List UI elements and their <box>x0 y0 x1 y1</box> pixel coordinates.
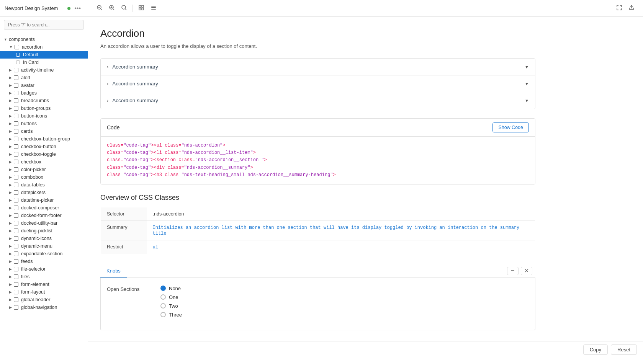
sidebar-item-docked-utility-bar[interactable]: ▶docked-utility-bar <box>0 219 88 227</box>
component-icon <box>13 213 19 218</box>
sidebar-item-checkbox-toggle[interactable]: ▶checkbox-toggle <box>0 150 88 158</box>
sidebar-item-breadcrumbs[interactable]: ▶breadcrumbs <box>0 97 88 104</box>
sidebar-item-file-selector[interactable]: ▶file-selector <box>0 265 88 273</box>
knob-option[interactable]: One <box>160 294 182 300</box>
component-icon <box>13 67 19 73</box>
radio-input[interactable] <box>160 286 166 291</box>
component-icon <box>13 129 19 134</box>
sidebar-item-buttons[interactable]: ▶buttons <box>0 120 88 127</box>
sidebar-item-checkbox-button[interactable]: ▶checkbox-button <box>0 143 88 150</box>
tab-knobs[interactable]: Knobs <box>100 265 127 277</box>
search-input[interactable] <box>4 20 84 30</box>
zoom-out-button[interactable] <box>94 3 105 13</box>
sidebar-item-label: color-picker <box>21 167 46 172</box>
sidebar-item-button-icons[interactable]: ▶button-icons <box>0 112 88 120</box>
fullscreen-button[interactable] <box>614 3 625 13</box>
chevron-right-icon: › <box>107 98 108 103</box>
zoom-in-button[interactable] <box>106 3 117 13</box>
zoom-reset-button[interactable] <box>119 3 129 13</box>
table-row: Selector.nds-accordion <box>101 207 535 220</box>
sidebar-item-global-navigation[interactable]: ▶global-navigation <box>0 304 88 311</box>
accordion-item[interactable]: ›Accordion summary▼ <box>101 92 535 109</box>
sidebar-item-checkbox[interactable]: ▶checkbox <box>0 158 88 166</box>
sidebar-item-avatar[interactable]: ▶avatar <box>0 82 88 89</box>
expand-icon: ▶ <box>9 183 12 187</box>
sidebar-item-checkbox-button-group[interactable]: ▶checkbox-button-group <box>0 135 88 143</box>
expand-icon: ▶ <box>9 137 12 141</box>
knob-option[interactable]: Three <box>160 312 182 318</box>
sidebar-item-label: checkbox <box>21 159 41 165</box>
grid-view-button[interactable] <box>136 3 147 13</box>
component-icon <box>14 44 20 50</box>
sidebar-item-alert[interactable]: ▶alert <box>0 74 88 82</box>
component-icon <box>13 198 19 203</box>
sidebar-item-datepickers[interactable]: ▶datepickers <box>0 189 88 196</box>
sidebar-item-files[interactable]: ▶files <box>0 273 88 281</box>
sidebar-item-label: breadcrumbs <box>21 98 49 103</box>
sidebar-item-in-card[interactable]: In Card <box>0 59 88 66</box>
sidebar-item-activity-timeline[interactable]: ▶activity-timeline <box>0 66 88 74</box>
sidebar-item-label: buttons <box>21 121 37 126</box>
radio-input[interactable] <box>160 294 166 300</box>
accordion-demo: ›Accordion summary▼›Accordion summary▼›A… <box>100 58 535 109</box>
sidebar-item-form-element[interactable]: ▶form-element <box>0 281 88 288</box>
sidebar-item-feeds[interactable]: ▶feeds <box>0 258 88 265</box>
radio-input[interactable] <box>160 312 166 317</box>
sidebar-item-dynamic-menu[interactable]: ▶dynamic-menu <box>0 242 88 250</box>
component-icon <box>13 274 19 279</box>
copy-button[interactable]: Copy <box>583 344 608 355</box>
sidebar-item-datetime-picker[interactable]: ▶datetime-picker <box>0 196 88 204</box>
accordion-item[interactable]: ›Accordion summary▼ <box>101 59 535 75</box>
knobs-close-button[interactable] <box>521 267 532 275</box>
radio-input[interactable] <box>160 303 166 309</box>
expand-icon: ▶ <box>9 290 12 294</box>
expand-icon: ▶ <box>9 191 12 194</box>
svg-rect-9 <box>139 5 141 7</box>
accordion-item[interactable]: ›Accordion summary▼ <box>101 75 535 92</box>
sidebar-item-default[interactable]: Default <box>0 51 88 59</box>
svg-line-8 <box>125 9 127 10</box>
sidebar-item-components[interactable]: ▼components <box>0 36 88 43</box>
sidebar-item-button-groups[interactable]: ▶button-groups <box>0 104 88 112</box>
sidebar-item-accordion[interactable]: ▼accordion <box>0 43 88 51</box>
sidebar-item-color-picker[interactable]: ▶color-picker <box>0 166 88 173</box>
sidebar-item-label: alert <box>21 75 30 80</box>
svg-rect-14 <box>151 7 156 8</box>
sidebar-item-dynamic-icons[interactable]: ▶dynamic-icons <box>0 235 88 242</box>
sidebar-item-combobox[interactable]: ▶combobox <box>0 173 88 181</box>
expand-icon: ▶ <box>9 252 12 256</box>
chevron-right-icon: › <box>107 64 108 70</box>
knob-option[interactable]: Two <box>160 303 182 309</box>
sidebar-item-form-layout[interactable]: ▶form-layout <box>0 288 88 296</box>
code-line: class="code-tag"><div class="nds-accordi… <box>107 164 529 171</box>
sidebar-item-global-header[interactable]: ▶global-header <box>0 296 88 304</box>
reset-button[interactable]: Reset <box>611 344 637 355</box>
svg-line-4 <box>113 9 115 10</box>
component-icon <box>13 289 19 295</box>
sidebar-item-dueling-picklist[interactable]: ▶dueling-picklist <box>0 227 88 235</box>
knobs-minimize-button[interactable] <box>507 267 519 275</box>
toolbar-right <box>614 3 637 13</box>
sidebar-item-cards[interactable]: ▶cards <box>0 127 88 135</box>
sidebar-item-docked-form-footer[interactable]: ▶docked-form-footer <box>0 212 88 219</box>
knob-option[interactable]: None <box>160 286 182 291</box>
sidebar-item-expandable-section[interactable]: ▶expandable-section <box>0 250 88 258</box>
sidebar-item-label: Default <box>23 52 38 57</box>
code-value: .nds-accordion <box>153 211 184 217</box>
list-view-button[interactable] <box>148 3 159 13</box>
sidebar-item-label: checkbox-button-group <box>21 136 70 142</box>
sidebar-item-data-tables[interactable]: ▶data-tables <box>0 181 88 189</box>
sidebar-item-label: button-groups <box>21 106 51 111</box>
table-row: SummaryInitializes an accordion list wit… <box>101 220 535 240</box>
sidebar-item-badges[interactable]: ▶badges <box>0 89 88 97</box>
sidebar-item-docked-composer[interactable]: ▶docked-composer <box>0 204 88 212</box>
story-icon <box>15 60 21 65</box>
share-button[interactable] <box>626 3 637 13</box>
table-cell-col1: Summary <box>101 220 147 240</box>
expand-icon: ▶ <box>9 152 12 156</box>
component-icon <box>13 175 19 180</box>
more-menu-button[interactable]: ••• <box>72 4 83 13</box>
show-code-button[interactable]: Show Code <box>492 122 529 132</box>
sidebar-item-label: combobox <box>21 175 43 180</box>
story-icon <box>15 52 21 57</box>
